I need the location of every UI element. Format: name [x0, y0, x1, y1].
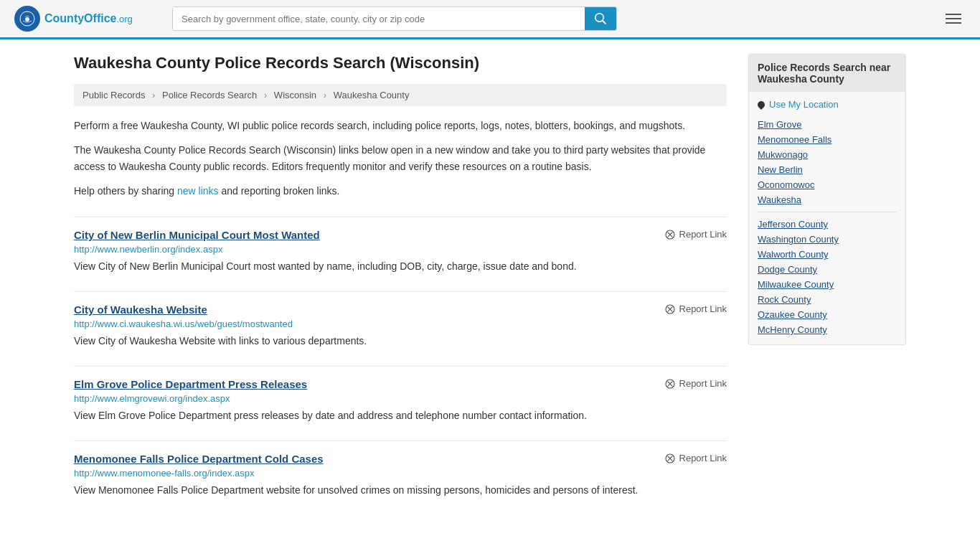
sidebar-county-link[interactable]: Jefferson County [758, 217, 897, 232]
result-title[interactable]: Menomonee Falls Police Department Cold C… [74, 453, 324, 465]
report-icon [664, 229, 676, 240]
content-area: Waukesha County Police Records Search (W… [74, 54, 727, 498]
result-desc: View City of Waukesha Website with links… [74, 334, 727, 349]
result-header: City of New Berlin Municipal Court Most … [74, 229, 727, 241]
sidebar-city-link[interactable]: Waukesha [758, 192, 897, 207]
use-location-btn[interactable]: Use My Location [758, 99, 897, 110]
result-item: City of New Berlin Municipal Court Most … [74, 217, 727, 274]
svg-point-1 [25, 17, 29, 22]
sidebar-content: Use My Location Elm GroveMenomonee Falls… [749, 92, 905, 344]
report-link[interactable]: Report Link [664, 378, 727, 390]
report-icon [664, 378, 676, 390]
desc-para-2: The Waukesha County Police Records Searc… [74, 142, 727, 174]
main-container: Waukesha County Police Records Search (W… [60, 39, 920, 512]
search-icon [595, 13, 606, 24]
new-links-link[interactable]: new links [177, 185, 219, 197]
report-icon [664, 303, 676, 315]
sidebar-county-link[interactable]: Rock County [758, 292, 897, 307]
breadcrumb-wisconsin[interactable]: Wisconsin [274, 90, 316, 100]
sidebar-city-link[interactable]: New Berlin [758, 162, 897, 177]
search-button[interactable] [585, 7, 616, 30]
breadcrumb: Public Records › Police Records Search ›… [74, 84, 727, 106]
result-header: Elm Grove Police Department Press Releas… [74, 378, 727, 390]
page-title: Waukesha County Police Records Search (W… [74, 54, 727, 72]
result-url[interactable]: http://www.ci.waukesha.wi.us/web/guest/m… [74, 319, 727, 329]
search-input[interactable] [173, 7, 585, 30]
result-item: Menomonee Falls Police Department Cold C… [74, 441, 727, 498]
breadcrumb-waukesha[interactable]: Waukesha County [334, 90, 410, 100]
sidebar-county-link[interactable]: Dodge County [758, 262, 897, 277]
hamburger-menu[interactable] [941, 9, 966, 28]
logo-icon [14, 6, 40, 32]
result-url[interactable]: http://www.newberlin.org/index.aspx [74, 244, 727, 255]
sidebar-section-nearby: Police Records Search near Waukesha Coun… [748, 54, 906, 345]
result-desc: View Elm Grove Police Department press r… [74, 408, 727, 423]
sidebar-city-link[interactable]: Mukwonago [758, 147, 897, 162]
use-location-label: Use My Location [769, 99, 839, 110]
header: CountyOffice.org [0, 0, 980, 39]
sidebar-city-link[interactable]: Menomonee Falls [758, 132, 897, 147]
logo-brand: CountyOffice [44, 12, 116, 24]
result-header: City of Waukesha Website Report Link [74, 303, 727, 316]
logo-area: CountyOffice.org [14, 6, 158, 32]
result-item: City of Waukesha Website Report Link htt… [74, 291, 727, 349]
search-bar [172, 6, 617, 31]
breadcrumb-public-records[interactable]: Public Records [83, 90, 145, 100]
sidebar-county-link[interactable]: Washington County [758, 232, 897, 247]
desc-3-post: and reporting broken links. [219, 185, 340, 197]
desc-para-1: Perform a free Waukesha County, WI publi… [74, 118, 727, 133]
result-item: Elm Grove Police Department Press Releas… [74, 366, 727, 423]
sidebar-divider [758, 212, 897, 212]
results-list: City of New Berlin Municipal Court Most … [74, 217, 727, 498]
desc-3-pre: Help others by sharing [74, 185, 177, 197]
report-icon [664, 453, 676, 464]
sidebar-county-link[interactable]: McHenry County [758, 322, 897, 337]
result-header: Menomonee Falls Police Department Cold C… [74, 453, 727, 465]
sidebar-county-link[interactable]: Ozaukee County [758, 307, 897, 322]
sidebar-county-link[interactable]: Milwaukee County [758, 277, 897, 292]
location-icon [756, 99, 766, 109]
report-link[interactable]: Report Link [664, 229, 727, 240]
result-title[interactable]: City of New Berlin Municipal Court Most … [74, 229, 320, 241]
breadcrumb-police-records[interactable]: Police Records Search [162, 90, 257, 100]
report-link[interactable]: Report Link [664, 453, 727, 464]
sidebar-counties: Jefferson CountyWashington CountyWalwort… [758, 217, 897, 337]
report-link[interactable]: Report Link [664, 303, 727, 315]
result-title[interactable]: Elm Grove Police Department Press Releas… [74, 378, 307, 390]
logo-text: CountyOffice.org [44, 12, 133, 25]
result-desc: View City of New Berlin Municipal Court … [74, 259, 727, 274]
sidebar-city-link[interactable]: Oconomowoc [758, 177, 897, 192]
sidebar-cities: Elm GroveMenomonee FallsMukwonagoNew Ber… [758, 117, 897, 207]
result-title[interactable]: City of Waukesha Website [74, 303, 207, 316]
result-desc: View Menomonee Falls Police Department w… [74, 483, 727, 498]
sidebar: Police Records Search near Waukesha Coun… [748, 54, 906, 498]
logo-tld: .org [116, 14, 132, 24]
result-url[interactable]: http://www.elmgrovewi.org/index.aspx [74, 393, 727, 404]
desc-para-3: Help others by sharing new links and rep… [74, 183, 727, 199]
sidebar-county-link[interactable]: Walworth County [758, 247, 897, 262]
sidebar-city-link[interactable]: Elm Grove [758, 117, 897, 132]
result-url[interactable]: http://www.menomonee-falls.org/index.asp… [74, 468, 727, 479]
sidebar-heading: Police Records Search near Waukesha Coun… [749, 55, 905, 92]
